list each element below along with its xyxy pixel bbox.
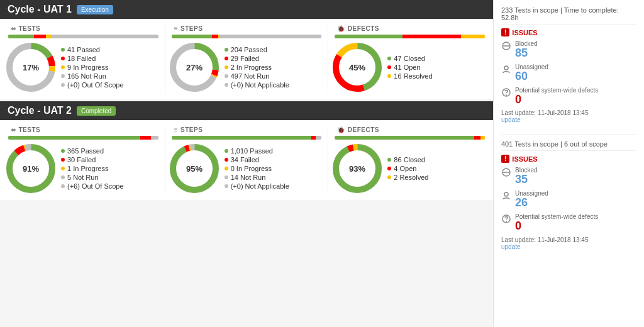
legend-dot [61, 184, 65, 188]
sparkline [172, 35, 322, 38]
svg-text:45%: 45% [349, 63, 365, 72]
blocked-value: 35 [515, 174, 538, 186]
donut-chart: 91% [6, 143, 56, 194]
legend-dot [225, 149, 228, 153]
sidebar-blocked-row: Blocked 85 [501, 40, 636, 60]
legend: 47 Closed 41 Open 16 Resolved [387, 55, 432, 80]
potential-content: Potential system-wide defects 0 [515, 213, 598, 233]
donut-chart: 93% [332, 143, 382, 194]
main-content: Cycle - UAT 1 Execution ⬌ TESTS 17% 41 P… [0, 0, 493, 327]
app-container: Cycle - UAT 1 Execution ⬌ TESTS 17% 41 P… [0, 0, 644, 327]
legend-text: 1,010 Passed [231, 147, 273, 155]
blocked-content: Blocked 35 [515, 167, 538, 186]
legend-text: (+0) Out Of Scope [67, 81, 124, 89]
cycle-title: Cycle - UAT 1 [8, 4, 72, 15]
metric-title-label: TESTS [19, 126, 41, 133]
metric-inner: 17% 41 Passed 18 Failed 9 In Progress 16… [6, 42, 161, 92]
unassigned-value: 60 [515, 70, 548, 83]
cycle-body: ⬌ TESTS 17% 41 Passed 18 Failed 9 In Pro… [0, 19, 493, 99]
svg-text:95%: 95% [186, 164, 203, 174]
legend-item: 1 In Progress [61, 165, 124, 172]
update-link[interactable]: update [501, 116, 521, 123]
legend-text: 29 Failed [231, 55, 259, 62]
svg-text:17%: 17% [23, 63, 39, 72]
donut-wrapper: 93% [332, 143, 382, 194]
metric-section-defects: 🐞 DEFECTS 45% 47 Closed 41 Open 16 Resol… [330, 25, 490, 92]
unassigned-content: Unassigned 26 [515, 190, 548, 209]
unassigned-icon [501, 191, 511, 201]
legend-dot [387, 175, 391, 179]
metric-title: ⬌ TESTS [6, 25, 161, 32]
svg-text:91%: 91% [23, 164, 39, 174]
legend-text: 5 Not Run [67, 174, 99, 181]
legend-dot [61, 57, 65, 60]
legend-item: 204 Passed [225, 46, 289, 53]
legend-item: 365 Passed [61, 147, 124, 155]
cycle-body: ⬌ TESTS 91% 365 Passed 30 Failed 1 In Pr… [0, 120, 493, 200]
donut-wrapper: 45% [332, 42, 382, 92]
legend-text: 2 In Progress [231, 64, 272, 71]
metric-inner: 91% 365 Passed 30 Failed 1 In Progress 5… [6, 143, 161, 194]
legend-text: 41 Open [394, 64, 420, 71]
legend-text: 165 Not Run [67, 72, 106, 80]
legend-item: 30 Failed [61, 156, 124, 164]
legend-item: 41 Passed [61, 46, 124, 53]
blocked-icon [501, 41, 511, 51]
unassigned-content: Unassigned 60 [515, 64, 548, 83]
legend-text: 30 Failed [67, 156, 96, 164]
metric-section-tests: ⬌ TESTS 17% 41 Passed 18 Failed 9 In Pro… [3, 25, 164, 92]
legend-text: 4 Open [394, 165, 416, 172]
metric-section-steps: ≡ STEPS 27% 204 Passed 29 Failed 2 In Pr… [167, 25, 327, 92]
sidebar-blocked-row: Blocked 35 [501, 167, 636, 186]
sidebar-unassigned-row: Unassigned 26 [501, 190, 636, 209]
metric-icon: ⬌ [11, 25, 16, 32]
legend-text: 18 Failed [67, 55, 96, 62]
legend-item: (+0) Not Applicable [225, 182, 289, 190]
metric-title: ≡ STEPS [169, 126, 325, 133]
metric-icon: 🐞 [337, 25, 345, 32]
sidebar-divider [501, 135, 636, 135]
svg-point-43 [506, 221, 507, 222]
legend-item: 2 In Progress [225, 64, 289, 71]
legend-dot [225, 184, 228, 188]
legend-item: 165 Not Run [61, 72, 124, 80]
unassigned-value: 26 [515, 197, 548, 209]
legend-item: 9 In Progress [61, 64, 124, 71]
legend: 365 Passed 30 Failed 1 In Progress 5 Not… [61, 147, 124, 190]
potential-label: Potential system-wide defects [515, 87, 598, 94]
legend: 86 Closed 4 Open 2 Resolved [387, 156, 428, 181]
metric-title-label: DEFECTS [348, 25, 379, 32]
metric-title-label: DEFECTS [348, 126, 379, 133]
metric-title: ⬌ TESTS [6, 126, 161, 133]
legend-text: (+0) Not Applicable [231, 182, 289, 190]
legend-dot [61, 83, 65, 87]
divider [328, 126, 328, 194]
legend-text: 16 Resolved [394, 72, 432, 80]
legend-text: 204 Passed [231, 46, 267, 53]
legend-dot [387, 74, 391, 78]
legend-dot [225, 48, 228, 52]
cycle-header: Cycle - UAT 2 Completed [0, 101, 493, 120]
metric-title: 🐞 DEFECTS [332, 126, 487, 133]
sidebar-issues-header: ! ISSUES [501, 155, 636, 163]
cycle-title: Cycle - UAT 2 [8, 105, 72, 116]
legend-item: (+0) Out Of Scope [61, 81, 124, 89]
sidebar-scope: 233 Tests in scope | Time to complete: 5… [501, 6, 636, 25]
sidebar-section-1: 401 Tests in scope | 6 out of scope ! IS… [501, 140, 636, 250]
legend-dot [225, 74, 228, 78]
sparkline [8, 136, 158, 140]
legend-item: 18 Failed [61, 55, 124, 62]
metric-icon: ≡ [174, 25, 178, 32]
update-link[interactable]: update [501, 243, 521, 250]
metric-title-label: STEPS [180, 126, 203, 133]
legend-dot [387, 57, 391, 60]
donut-chart: 17% [6, 42, 56, 92]
donut-chart: 45% [332, 42, 382, 92]
potential-value: 0 [515, 220, 598, 233]
legend: 41 Passed 18 Failed 9 In Progress 165 No… [61, 46, 124, 89]
sidebar-update: Last update: 11-Jul-2018 13:45 update [501, 109, 636, 123]
blocked-content: Blocked 85 [515, 40, 538, 60]
unassigned-icon [501, 64, 511, 74]
metric-section-steps: ≡ STEPS 95% 1,010 Passed 34 Failed 0 In … [167, 126, 327, 194]
donut-wrapper: 27% [169, 42, 219, 92]
